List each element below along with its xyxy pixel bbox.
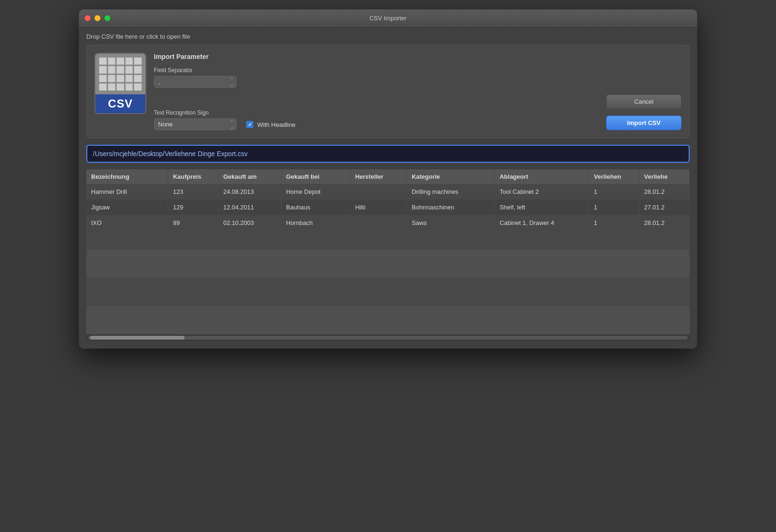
csv-grid-cell — [117, 66, 124, 73]
csv-grid-cell — [134, 83, 142, 91]
csv-grid-cell — [117, 58, 124, 65]
csv-icon[interactable]: CSV — [94, 53, 146, 114]
col-header-kategorie: Kategorie — [407, 169, 495, 184]
cell-kaufpreis: 129 — [168, 200, 218, 215]
import-params-panel: Import Parameter Field Separator , ; Tab — [154, 53, 682, 130]
cell-kategorie: Bohrmaschinen — [407, 200, 495, 215]
cancel-button[interactable]: Cancel — [606, 94, 682, 109]
field-separator-label: Field Separator — [154, 67, 236, 74]
cell-hersteller — [350, 215, 407, 231]
cell-gekauft_am: 02.10.2003 — [218, 215, 281, 231]
cell-gekauft_bei: Bauhaus — [281, 200, 350, 215]
csv-grid-cell — [126, 83, 133, 91]
cell-ablageort: Cabinet 1, Drawer 4 — [495, 215, 589, 231]
with-headline-label: With Headline — [257, 121, 295, 128]
data-table-container: Bezeichnung Kaufpreis Gekauft am Gekauft… — [86, 169, 690, 341]
csv-grid-cell — [134, 75, 142, 82]
col-header-verliehen: Verliehen — [589, 169, 639, 184]
field-separator-select-wrapper: , ; Tab — [154, 76, 236, 88]
csv-grid-cell — [134, 66, 142, 73]
cell-gekauft_am: 24.08.2013 — [218, 184, 281, 200]
cell-ablageort: Tool Cabinet 2 — [495, 184, 589, 200]
csv-grid-cell — [108, 66, 116, 73]
table-header: Bezeichnung Kaufpreis Gekauft am Gekauft… — [86, 169, 690, 184]
empty-row-2 — [86, 249, 690, 278]
cell-kaufpreis: 99 — [168, 215, 218, 231]
cell-verliehe: 27.01.2 — [639, 200, 690, 215]
cell-verliehen: 1 — [589, 184, 639, 200]
cell-hersteller: Hilti — [350, 200, 407, 215]
import-csv-button[interactable]: Import CSV — [606, 116, 682, 130]
csv-grid-cell — [126, 58, 133, 65]
top-section: CSV Import Parameter Field Separator , ;… — [86, 45, 690, 138]
col-header-ablageort: Ablageort — [495, 169, 589, 184]
csv-grid-cell — [134, 58, 142, 65]
csv-grid-cell — [117, 83, 124, 91]
scrollbar-thumb[interactable] — [90, 336, 185, 340]
cell-gekauft_bei: Hornbach — [281, 215, 350, 231]
table-body: Hammer Drill12324.08.2013Home DepotDrill… — [86, 184, 690, 231]
csv-grid-cell — [99, 75, 107, 82]
text-recognition-label: Text Recognition Sign — [154, 109, 236, 116]
table-row: IXO9902.10.2003HornbachSawsCabinet 1, Dr… — [86, 215, 690, 231]
with-headline-row: With Headline — [246, 121, 295, 130]
window-content: Drop CSV file here or click to open file — [79, 27, 697, 349]
csv-icon-label: CSV — [95, 94, 145, 113]
csv-grid-cell — [99, 58, 107, 65]
import-params-title: Import Parameter — [154, 53, 682, 60]
cell-bezeichnung: Jigsaw — [86, 200, 168, 215]
cell-kaufpreis: 123 — [168, 184, 218, 200]
text-recognition-select[interactable]: None " ' — [154, 118, 236, 130]
action-buttons: Cancel Import CSV — [606, 94, 682, 130]
cell-verliehe: 28.01.2 — [639, 215, 690, 231]
csv-grid-cell — [126, 75, 133, 82]
cell-verliehe: 28.01.2 — [639, 184, 690, 200]
csv-icon-grid — [95, 54, 145, 94]
horizontal-scrollbar[interactable] — [86, 334, 690, 341]
col-header-verliehe: Verliehe — [639, 169, 690, 184]
cell-bezeichnung: Hammer Drill — [86, 184, 168, 200]
col-header-bezeichnung: Bezeichnung — [86, 169, 168, 184]
scrollbar-track — [88, 336, 688, 340]
minimize-button[interactable] — [94, 15, 101, 21]
second-params-row: Text Recognition Sign None " ' — [154, 94, 682, 130]
traffic-lights — [84, 15, 110, 21]
maximize-button[interactable] — [104, 15, 110, 21]
cell-hersteller — [350, 184, 407, 200]
cell-bezeichnung: IXO — [86, 215, 168, 231]
cell-gekauft_am: 12.04.2011 — [218, 200, 281, 215]
field-separator-select[interactable]: , ; Tab — [154, 76, 236, 88]
drop-label: Drop CSV file here or click to open file — [86, 33, 690, 40]
col-header-gekauft-am: Gekauft am — [218, 169, 281, 184]
text-recognition-select-wrapper: None " ' — [154, 118, 236, 130]
cell-ablageort: Shelf, left — [495, 200, 589, 215]
field-separator-row: Field Separator , ; Tab — [154, 67, 682, 88]
cell-gekauft_bei: Home Depot — [281, 184, 350, 200]
close-button[interactable] — [84, 15, 91, 21]
csv-grid-cell — [126, 66, 133, 73]
field-separator-group: Field Separator , ; Tab — [154, 67, 236, 88]
main-window: CSV Importer Drop CSV file here or click… — [79, 9, 697, 349]
empty-row-4 — [86, 306, 690, 334]
csv-grid-cell — [99, 83, 107, 91]
csv-grid-cell — [108, 58, 116, 65]
cell-verliehen: 1 — [589, 200, 639, 215]
csv-grid-cell — [117, 75, 124, 82]
table-row: Hammer Drill12324.08.2013Home DepotDrill… — [86, 184, 690, 200]
text-recognition-group: Text Recognition Sign None " ' — [154, 109, 236, 130]
col-header-gekauft-bei: Gekauft bei — [281, 169, 350, 184]
data-table: Bezeichnung Kaufpreis Gekauft am Gekauft… — [86, 169, 690, 231]
cell-kategorie: Drilling machines — [407, 184, 495, 200]
empty-row-1 — [86, 231, 690, 249]
cell-kategorie: Saws — [407, 215, 495, 231]
with-headline-checkbox[interactable] — [246, 121, 253, 128]
col-header-hersteller: Hersteller — [350, 169, 407, 184]
file-path-field[interactable]: /Users/mcjehle/Desktop/Verliehene Dinge … — [86, 145, 690, 163]
window-title: CSV Importer — [370, 15, 407, 22]
table-row: Jigsaw12912.04.2011BauhausHiltiBohrmasch… — [86, 200, 690, 215]
title-bar: CSV Importer — [79, 9, 697, 27]
csv-grid-cell — [108, 83, 116, 91]
csv-grid-cell — [108, 75, 116, 82]
empty-row-3 — [86, 278, 690, 306]
col-header-kaufpreis: Kaufpreis — [168, 169, 218, 184]
